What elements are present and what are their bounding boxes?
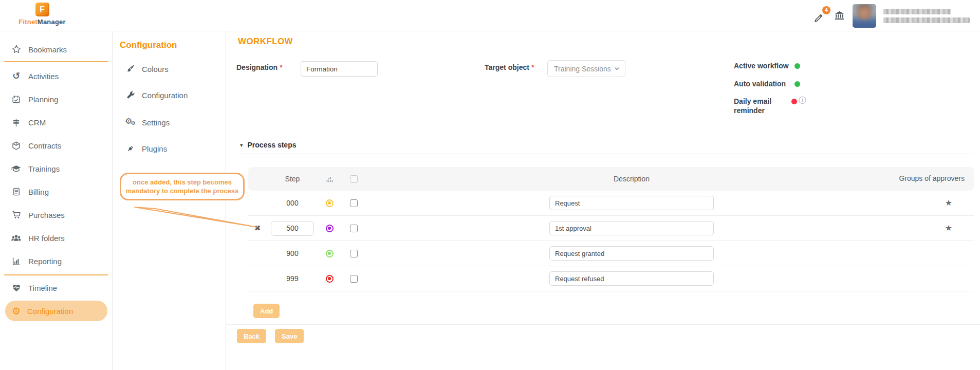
- sidebar-item-label: Reporting: [28, 257, 62, 266]
- top-bar: F FitnetManager 4: [0, 0, 980, 31]
- add-button[interactable]: Add: [253, 304, 280, 318]
- configuration-panel: Configuration Colours Configuration ⚙⚙ S…: [113, 31, 226, 370]
- designation-input[interactable]: [301, 61, 378, 77]
- required-asterisk: *: [531, 63, 534, 71]
- step-status-dot-icon: [326, 275, 334, 283]
- panel-item-settings[interactable]: ⚙⚙ Settings: [113, 115, 226, 130]
- description-input[interactable]: [549, 246, 714, 261]
- target-object-value: Training Sessions: [554, 65, 611, 73]
- sidebar-item-billing[interactable]: Billing: [0, 184, 113, 199]
- sidebar-item-label: Planning: [28, 95, 58, 104]
- callout-annotation: once added, this step becomes mandatory …: [120, 173, 245, 200]
- user-name-line1-redacted: [883, 9, 951, 14]
- step-checkbox[interactable]: [350, 250, 358, 257]
- gear-icon: ⚙: [12, 306, 21, 316]
- star-filled-icon[interactable]: ★: [945, 199, 952, 207]
- sidebar-item-label: Activities: [28, 72, 59, 81]
- sidebar-divider: [4, 274, 108, 275]
- target-object-label: Target object*: [485, 63, 534, 71]
- avatar-photo-blurred: [853, 4, 876, 28]
- panel-item-label: Configuration: [142, 91, 188, 100]
- step-checkbox[interactable]: [350, 225, 358, 232]
- sidebar-item-hr-folders[interactable]: HR folders: [0, 231, 113, 245]
- pen-icon: [813, 12, 824, 24]
- sidebar-item-label: Configuration: [27, 307, 73, 316]
- step-column-header: Step: [267, 175, 318, 183]
- panel-item-configuration[interactable]: Configuration: [113, 88, 226, 102]
- status-daily-email-reminder: Daily email reminder ⓘ: [734, 97, 806, 115]
- panel-item-label: Settings: [142, 118, 170, 127]
- bank-icon[interactable]: [834, 10, 845, 22]
- logo-cube-icon: F: [35, 3, 49, 16]
- sidebar-item-bookmarks[interactable]: Bookmarks: [0, 42, 113, 57]
- sidebar-item-label: Contracts: [28, 141, 61, 150]
- sidebar-item-activities[interactable]: ↺ Activities: [0, 69, 113, 83]
- step-number-input[interactable]: [271, 221, 314, 236]
- required-asterisk: *: [280, 63, 282, 71]
- table-row: 900: [248, 241, 974, 266]
- info-icon[interactable]: ⓘ: [799, 97, 806, 104]
- sidebar-item-configuration-active[interactable]: ⚙ Configuration: [5, 301, 107, 321]
- process-steps-toggle[interactable]: ▾ Process steps: [240, 141, 296, 149]
- sidebar-divider: [4, 61, 108, 62]
- sidebar-item-label: Timeline: [28, 284, 57, 292]
- wrench-icon: [125, 90, 136, 100]
- status-dot-green[interactable]: [794, 63, 800, 69]
- sidebar-item-contracts[interactable]: Contracts: [0, 138, 113, 153]
- step-checkbox[interactable]: [350, 199, 358, 207]
- select-all-checkbox[interactable]: [350, 175, 358, 183]
- step-status-dot-icon: [326, 199, 334, 207]
- sidebar-item-purchases[interactable]: Purchases: [0, 208, 113, 222]
- gears-icon: ⚙⚙: [125, 117, 136, 127]
- panel-item-label: Colours: [142, 65, 169, 73]
- description-input[interactable]: [549, 271, 714, 286]
- back-button[interactable]: Back: [237, 329, 266, 343]
- cube-icon: [11, 140, 22, 151]
- target-object-select[interactable]: Training Sessions: [547, 60, 625, 77]
- page-title: WORKFLOW: [238, 36, 293, 47]
- star-outline-icon: [11, 44, 22, 55]
- panel-title: Configuration: [120, 40, 177, 50]
- step-number: 900: [267, 249, 318, 257]
- calendar-icon: [11, 94, 22, 105]
- plug-icon: [125, 143, 136, 154]
- main-content: WORKFLOW Designation* Target object* Tra…: [226, 31, 980, 370]
- designation-label: Designation*: [236, 63, 283, 71]
- sidebar-item-label: CRM: [28, 118, 46, 127]
- callout-text: once added, this step becomes mandatory …: [126, 178, 239, 195]
- process-steps-title: Process steps: [248, 141, 297, 149]
- bar-chart-icon: [11, 256, 22, 267]
- status-dot-red[interactable]: [791, 99, 797, 104]
- user-avatar[interactable]: [853, 4, 876, 28]
- step-status-dot-icon: [326, 225, 334, 232]
- step-checkbox[interactable]: [350, 275, 358, 283]
- sidebar-item-crm[interactable]: CRM: [0, 115, 113, 130]
- user-name-line2-redacted: [883, 17, 970, 23]
- step-number: 999: [267, 274, 318, 283]
- sidebar-item-planning[interactable]: Planning: [0, 92, 113, 106]
- panel-item-colours[interactable]: Colours: [113, 62, 226, 76]
- panel-item-label: Plugins: [142, 144, 167, 153]
- description-input[interactable]: [549, 221, 714, 235]
- star-filled-icon[interactable]: ★: [945, 224, 952, 232]
- table-row: 000 ★: [248, 191, 974, 216]
- sidebar-item-trainings[interactable]: Trainings: [0, 161, 113, 176]
- description-column-header: Description: [366, 175, 897, 183]
- callout-tail: [118, 201, 267, 233]
- status-dot-green[interactable]: [794, 81, 800, 87]
- save-button[interactable]: Save: [275, 329, 304, 343]
- sidebar-item-reporting[interactable]: Reporting: [0, 254, 113, 268]
- sidebar-item-label: Bookmarks: [28, 45, 67, 54]
- notification-badge[interactable]: 4: [822, 6, 830, 14]
- panel-item-plugins[interactable]: Plugins: [113, 141, 226, 156]
- brand-name: FitnetManager: [19, 18, 65, 26]
- sidebar-item-timeline[interactable]: Timeline: [0, 281, 113, 295]
- description-input[interactable]: [549, 196, 714, 210]
- signpost-icon: [11, 117, 22, 128]
- pen-button[interactable]: 4: [813, 7, 826, 25]
- people-icon: [11, 233, 22, 244]
- table-header-row: Step Description Groups of approvers: [248, 167, 974, 191]
- sidebar-item-label: Billing: [28, 188, 49, 196]
- sidebar-item-label: Trainings: [28, 164, 60, 173]
- main-sidebar: Bookmarks ↺ Activities Planning CRM Cont…: [0, 31, 113, 370]
